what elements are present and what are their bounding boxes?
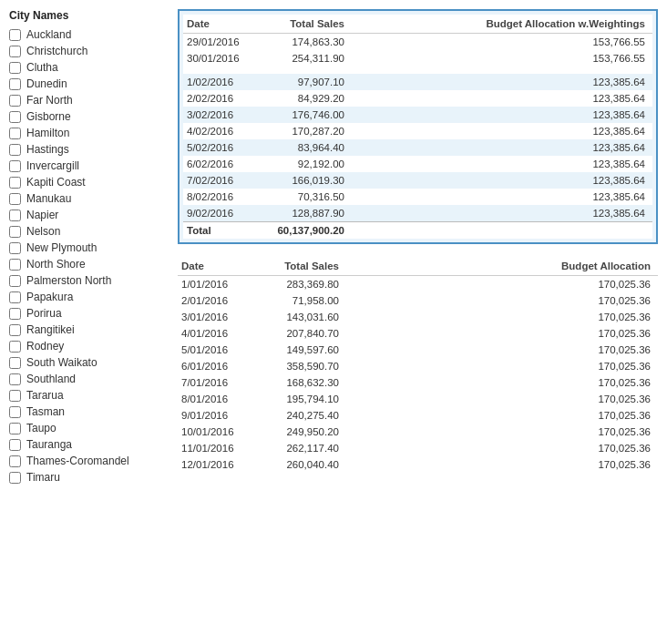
city-item: Gisborne [9, 109, 169, 124]
city-item: Hastings [9, 142, 169, 157]
city-item: Manukau [9, 191, 169, 206]
cell-budget: 170,025.36 [346, 456, 658, 473]
city-label[interactable]: Porirua [26, 307, 62, 320]
city-label[interactable]: Hastings [26, 143, 69, 156]
city-checkbox-christchurch[interactable] [9, 46, 21, 57]
city-label[interactable]: Christchurch [26, 45, 87, 57]
cell-sales: 176,746.00 [261, 107, 352, 123]
city-checkbox-auckland[interactable] [9, 29, 21, 41]
table-row: 3/01/2016 143,031.60 170,025.36 [178, 309, 658, 325]
table-row: 29/01/2016 174,863.30 153,766.55 [183, 34, 652, 51]
city-checkbox-palmerston-north[interactable] [9, 275, 21, 287]
right-panel: Date Total Sales Budget Allocation w.Wei… [178, 9, 658, 635]
cell-sales: 168,632.30 [255, 374, 346, 391]
city-checkbox-timaru[interactable] [9, 472, 21, 484]
city-checkbox-dunedin[interactable] [9, 78, 21, 90]
table-row: 4/02/2016 170,287.20 123,385.64 [183, 123, 652, 139]
city-label[interactable]: Far North [26, 94, 73, 107]
city-checkbox-tauranga[interactable] [9, 439, 21, 451]
city-checkbox-clutha[interactable] [9, 62, 21, 74]
city-checkbox-new-plymouth[interactable] [9, 242, 21, 254]
city-label[interactable]: Kapiti Coast [26, 176, 86, 189]
cell-date [183, 66, 261, 74]
city-checkbox-far-north[interactable] [9, 95, 21, 107]
city-item: Far North [9, 93, 169, 107]
cell-sales: 254,311.90 [261, 50, 352, 66]
city-checkbox-south-waikato[interactable] [9, 357, 21, 369]
city-checkbox-invercargill[interactable] [9, 160, 21, 172]
city-item: Hamilton [9, 126, 169, 140]
cell-sales: 83,964.40 [261, 139, 352, 156]
cell-date: 11/01/2016 [178, 440, 255, 456]
city-label[interactable]: Nelson [26, 225, 60, 238]
city-checkbox-rodney[interactable] [9, 341, 21, 353]
cell-date: 8/01/2016 [178, 391, 255, 407]
city-label[interactable]: Manukau [26, 192, 71, 205]
city-checkbox-southland[interactable] [9, 373, 21, 385]
city-checkbox-hastings[interactable] [9, 144, 21, 156]
cell-date: 10/01/2016 [178, 424, 255, 440]
cell-sales: 143,031.60 [255, 309, 346, 325]
cell-date: 4/02/2016 [183, 123, 261, 139]
city-label[interactable]: Tararua [26, 389, 64, 402]
city-label[interactable]: Southland [26, 373, 76, 385]
city-label[interactable]: Dunedin [26, 77, 67, 90]
city-label[interactable]: South Waikato [26, 356, 97, 369]
main-container: City Names AucklandChristchurchCluthaDun… [0, 0, 667, 644]
city-checkbox-gisborne[interactable] [9, 111, 21, 123]
city-label[interactable]: New Plymouth [26, 241, 97, 254]
city-checkbox-papakura[interactable] [9, 291, 21, 303]
table-row-partial [183, 66, 652, 74]
city-label[interactable]: Clutha [26, 61, 58, 74]
cell-sales: 260,040.40 [255, 456, 346, 473]
cell-sales [261, 66, 352, 74]
city-label[interactable]: Gisborne [26, 110, 71, 123]
city-checkbox-tararua[interactable] [9, 390, 21, 402]
city-item: Napier [9, 208, 169, 222]
cell-budget: 123,385.64 [352, 172, 652, 189]
city-item: Timaru [9, 470, 169, 485]
city-item: Auckland [9, 27, 169, 42]
city-checkbox-tasman[interactable] [9, 406, 21, 418]
city-checkbox-napier[interactable] [9, 210, 21, 221]
city-label[interactable]: Rangitikei [26, 323, 75, 336]
table-row: 7/01/2016 168,632.30 170,025.36 [178, 374, 658, 391]
city-item: Rangitikei [9, 322, 169, 337]
city-label[interactable]: Tasman [26, 405, 65, 418]
city-label[interactable]: Hamilton [26, 127, 69, 139]
city-checkbox-thames-coromandel[interactable] [9, 455, 21, 467]
cell-date: 5/01/2016 [178, 342, 255, 358]
cell-budget: 123,385.64 [352, 107, 652, 123]
city-label[interactable]: Rodney [26, 340, 64, 353]
city-checkbox-manukau[interactable] [9, 193, 21, 205]
col-budget-weighted: Budget Allocation w.Weightings [352, 15, 652, 34]
city-checkbox-north-shore[interactable] [9, 259, 21, 271]
city-checkbox-taupo[interactable] [9, 423, 21, 434]
cell-budget: 153,766.55 [352, 34, 652, 51]
city-label[interactable]: Invercargill [26, 159, 79, 172]
cell-date: 3/01/2016 [178, 309, 255, 325]
city-label[interactable]: Taupo [26, 422, 56, 434]
city-item: Tasman [9, 404, 169, 419]
cell-total-sales: 60,137,900.20 [261, 222, 352, 240]
city-item: South Waikato [9, 355, 169, 370]
city-label[interactable]: Timaru [26, 471, 60, 484]
city-checkbox-nelson[interactable] [9, 226, 21, 238]
table-row: 6/01/2016 358,590.70 170,025.36 [178, 358, 658, 374]
city-label[interactable]: Napier [26, 209, 58, 221]
city-label[interactable]: Papakura [26, 291, 73, 303]
total-row: Total 60,137,900.20 [183, 222, 652, 240]
city-label[interactable]: North Shore [26, 258, 86, 271]
city-checkbox-kapiti-coast[interactable] [9, 177, 21, 189]
col-date-1: Date [183, 15, 261, 34]
city-checkbox-rangitikei[interactable] [9, 324, 21, 336]
city-label[interactable]: Auckland [26, 28, 71, 41]
city-checkbox-hamilton[interactable] [9, 128, 21, 139]
city-label[interactable]: Thames-Coromandel [26, 455, 129, 467]
city-label[interactable]: Tauranga [26, 438, 72, 451]
city-label[interactable]: Palmerston North [26, 274, 111, 287]
cell-budget: 170,025.36 [346, 276, 658, 293]
cell-total-budget [352, 222, 652, 240]
cell-date: 9/02/2016 [183, 205, 261, 222]
city-checkbox-porirua[interactable] [9, 308, 21, 320]
